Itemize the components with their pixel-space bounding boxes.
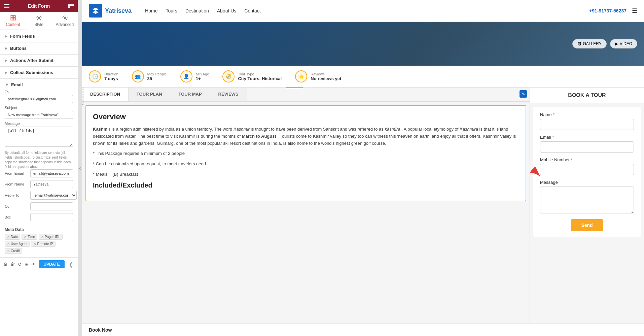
actions-toggle[interactable]: ▶ Actions After Submit xyxy=(0,55,78,66)
email-section: ▼ Email To Subject Message [all-fields] … xyxy=(0,79,78,227)
overview-paragraph: Kashmir is a region administered by Indi… xyxy=(93,126,519,147)
reply-to-row: Reply-To email@yatriseva.cor xyxy=(5,191,73,200)
name-input[interactable] xyxy=(540,119,634,130)
send-button[interactable]: Send xyxy=(571,219,603,231)
from-email-label: From Email xyxy=(5,171,28,175)
subject-label: Subject xyxy=(5,106,73,110)
nav-home[interactable]: Home xyxy=(145,8,157,13)
meta-tag-remoteip-label: Remote IP xyxy=(37,242,53,246)
message-form-textarea[interactable] xyxy=(540,187,634,213)
nav-menu-button[interactable]: ☰ xyxy=(632,7,637,14)
copy-icon[interactable]: ⊞ xyxy=(25,262,29,267)
tab-tour-map[interactable]: TOUR MAP xyxy=(170,88,210,101)
subject-input[interactable] xyxy=(5,111,73,119)
tab-description[interactable]: DESCRIPTION xyxy=(82,88,129,101)
person-icon: 👤 xyxy=(180,70,192,82)
tab-advanced[interactable]: Advanced xyxy=(52,12,78,30)
tab-reviews[interactable]: REVIEWS xyxy=(210,88,247,101)
sidebar-title: Edit Form xyxy=(28,3,50,9)
message-field-group: Message [all-fields] xyxy=(5,122,73,148)
cc-input[interactable] xyxy=(30,202,73,210)
form-fields-label: Form Fields xyxy=(10,34,35,39)
svg-rect-1 xyxy=(13,15,15,18)
subject-field-group: Subject xyxy=(5,106,73,119)
collapse-panel[interactable]: ❮ xyxy=(78,0,82,336)
meta-tag-pageurl-remove[interactable]: ✕ xyxy=(41,235,44,239)
tour-stat-tour-type-text: Tour Type City Tours, Historical xyxy=(238,72,282,81)
bcc-input[interactable] xyxy=(30,213,73,221)
tab-content[interactable]: Content xyxy=(0,12,26,30)
kashmir-italic: Kashmir xyxy=(234,127,250,132)
meta-tag-date-remove[interactable]: ✕ xyxy=(7,235,10,239)
tour-stat-duration: 🕐 Duration 7 days xyxy=(89,70,118,82)
bcc-label: Bcc xyxy=(5,215,28,219)
logo-icon xyxy=(89,4,102,18)
email-input[interactable] xyxy=(540,141,634,153)
meta-tag-credit-remove[interactable]: ✕ xyxy=(7,249,10,253)
note2: * Can be customized upon request, to mee… xyxy=(93,161,519,168)
tour-stat-duration-text: Duration 7 days xyxy=(104,72,118,81)
undo-icon[interactable]: ↺ xyxy=(18,262,22,267)
logo-text: Yatriseva xyxy=(105,7,132,14)
meta-tag-credit: ✕ Credit xyxy=(5,248,22,254)
form-fields-toggle[interactable]: ▶ Form Fields xyxy=(0,30,78,42)
meta-tag-time-remove[interactable]: ✕ xyxy=(24,235,27,239)
update-button[interactable]: UPDATE xyxy=(39,260,64,268)
nav-contact[interactable]: Contact xyxy=(244,8,260,13)
from-name-input[interactable] xyxy=(30,180,73,188)
meta-tag-time-label: Time xyxy=(28,235,35,239)
reply-to-select[interactable]: email@yatriseva.cor xyxy=(30,191,77,200)
mobile-required: * xyxy=(571,157,573,162)
hamburger-icon[interactable] xyxy=(4,4,9,8)
settings-icon[interactable]: ⚙ xyxy=(3,262,8,267)
message-label: Message xyxy=(5,122,73,126)
max-people-value: 35 xyxy=(147,76,167,81)
hero-buttons: 🖼 GALLERY ▶ VIDEO xyxy=(572,39,638,48)
mobile-input[interactable] xyxy=(540,164,634,175)
advanced-icon xyxy=(62,15,68,21)
edit-section-button[interactable]: ✎ xyxy=(520,90,527,98)
sidebar: Edit Form Content Style Advanced ▶ xyxy=(0,0,78,336)
to-input[interactable] xyxy=(5,95,73,103)
from-email-input[interactable] xyxy=(30,169,73,177)
message-textarea[interactable]: [all-fields] xyxy=(5,127,73,147)
meta-tag-date-label: Date xyxy=(11,235,18,239)
email-field: Email * xyxy=(540,135,634,153)
meta-tag-date: ✕ Date xyxy=(5,234,20,240)
included-title: Included/Excluded xyxy=(93,181,519,189)
collect-label: Collect Submissions xyxy=(10,70,53,75)
collect-toggle[interactable]: ▶ Collect Submissions xyxy=(0,67,78,78)
overview-text1: is a region administered by India as a u… xyxy=(112,127,234,132)
meta-tag-time: ✕ Time xyxy=(22,234,37,240)
from-email-row: From Email xyxy=(5,169,73,177)
gallery-button[interactable]: 🖼 GALLERY xyxy=(572,39,607,48)
tab-style[interactable]: Style xyxy=(26,12,52,30)
nav-tours[interactable]: Tours xyxy=(166,8,177,13)
max-people-label: Max People xyxy=(147,72,167,76)
book-now-button[interactable]: Book Now xyxy=(89,327,112,333)
actions-label: Actions After Submit xyxy=(10,58,53,63)
buttons-toggle[interactable]: ▶ Buttons xyxy=(0,42,78,54)
meta-tag-useragent-remove[interactable]: ✕ xyxy=(7,242,10,246)
nav-about[interactable]: About Us xyxy=(217,8,237,13)
email-title: Email xyxy=(11,82,23,87)
email-toggle[interactable]: ▼ Email xyxy=(5,79,73,90)
top-nav: Yatriseva Home Tours Destination About U… xyxy=(82,0,644,22)
logo[interactable]: Yatriseva xyxy=(89,4,132,18)
meta-tag-remoteip-remove[interactable]: ✕ xyxy=(33,242,36,246)
overview-text2: is thought to have been derived from San… xyxy=(251,127,385,132)
eye-icon[interactable]: 👁 xyxy=(31,262,36,267)
kashmir-bold: Kashmir xyxy=(93,127,110,132)
cc-label: Cc xyxy=(5,204,28,208)
grid-icon[interactable] xyxy=(68,4,74,8)
tab-content-label: Content xyxy=(6,22,20,27)
tab-tour-plan[interactable]: TOUR PLAN xyxy=(129,88,171,101)
content-area: DESCRIPTION TOUR PLAN TOUR MAP REVIEWS ⊞… xyxy=(82,88,644,324)
collapse-sidebar-button[interactable]: ❮ xyxy=(67,261,74,268)
tab-advanced-label: Advanced xyxy=(56,22,74,27)
note1: * This Package requires a minimum of 2 p… xyxy=(93,150,519,157)
video-button[interactable]: ▶ VIDEO xyxy=(610,39,637,48)
min-age-label: Min Age xyxy=(196,72,209,76)
nav-destination[interactable]: Destination xyxy=(185,8,209,13)
trash-icon[interactable]: 🗑 xyxy=(10,262,15,267)
